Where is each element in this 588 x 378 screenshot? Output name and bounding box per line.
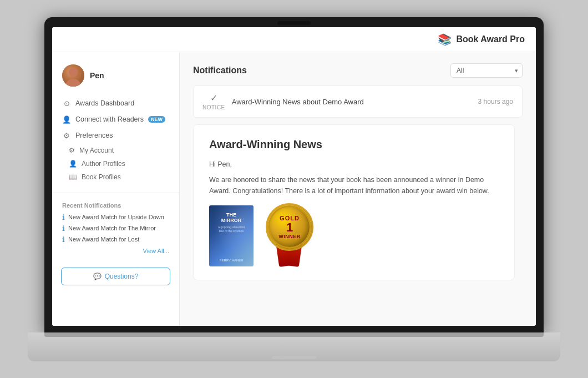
notif-dot-icon: ℹ xyxy=(62,224,65,233)
app-header: 📚 Book Award Pro xyxy=(52,27,536,52)
medal: GOLD 1 WINNER xyxy=(262,205,318,266)
book-author: PERRY HANER xyxy=(219,259,243,262)
sidebar-item-my-account[interactable]: ⚙ My Account xyxy=(52,144,179,157)
award-icon: ⊙ xyxy=(62,99,71,108)
filter-select[interactable]: All Read Unread xyxy=(450,63,523,78)
chat-icon: 💬 xyxy=(93,273,102,280)
author-icon: 👤 xyxy=(69,160,77,168)
user-section: Pen xyxy=(52,61,179,95)
questions-button[interactable]: 💬 Questions? xyxy=(61,268,170,285)
medal-circle: GOLD 1 WINNER xyxy=(268,205,311,249)
sidebar-item-author-profiles[interactable]: 👤 Author Profiles xyxy=(52,157,179,170)
notif-time: 3 hours ago xyxy=(478,98,513,105)
notif-subject: Award-Winning News about Demo Award xyxy=(232,98,364,106)
main-content: Notifications All Read Unread ✓ xyxy=(180,52,536,326)
sidebar-item-preferences[interactable]: ⚙ Preferences xyxy=(52,128,179,144)
sidebar-item-label: Awards Dashboard xyxy=(75,99,134,107)
recent-title: Recent Notifications xyxy=(62,202,169,209)
sidebar-item-label: Connect with Readers xyxy=(75,115,144,123)
new-badge: NEW xyxy=(148,116,165,123)
book-icon: 📖 xyxy=(69,173,77,181)
account-icon: ⚙ xyxy=(69,147,75,154)
questions-label: Questions? xyxy=(105,273,139,280)
sidebar-sub-label: Author Profiles xyxy=(82,160,125,168)
recent-notif-item[interactable]: ℹ New Award Match for Upside Down xyxy=(62,212,169,223)
sidebar: Pen ⊙ Awards Dashboard 👤 Connect with Re… xyxy=(52,52,180,326)
sidebar-item-label: Preferences xyxy=(75,132,113,139)
brand-logo: 📚 Book Award Pro xyxy=(438,33,525,46)
recent-notif-label: New Award Match for Lost xyxy=(68,236,139,243)
sidebar-item-book-profiles[interactable]: 📖 Book Profiles xyxy=(52,170,179,184)
prefs-icon: ⚙ xyxy=(62,132,71,140)
sidebar-item-awards-dashboard[interactable]: ⊙ Awards Dashboard xyxy=(52,95,179,112)
notifications-title: Notifications xyxy=(193,65,247,75)
book-cover: THEMIRROR a gripping absurdisttale of th… xyxy=(209,205,254,266)
avatar xyxy=(62,64,84,87)
book-subtitle: a gripping absurdisttale of the cosmos xyxy=(211,225,251,233)
email-greeting: Hi Pen, xyxy=(209,159,499,170)
email-card: Award-Winning News Hi Pen, We are honore… xyxy=(193,124,515,280)
email-title: Award-Winning News xyxy=(209,138,499,151)
brand-name: Book Award Pro xyxy=(456,34,525,44)
notif-dot-icon: ℹ xyxy=(62,235,65,244)
book-title: THEMIRROR xyxy=(215,212,248,224)
check-circle-icon: ✓ xyxy=(210,93,217,103)
filter-wrapper: All Read Unread xyxy=(450,63,523,78)
medal-text-number: 1 xyxy=(286,221,293,234)
notif-text-block: Award-Winning News about Demo Award xyxy=(232,97,472,107)
user-name: Pen xyxy=(90,71,104,80)
sidebar-sub-label: My Account xyxy=(79,147,114,154)
email-images: THEMIRROR a gripping absurdisttale of th… xyxy=(209,205,499,266)
nav-section: ⊙ Awards Dashboard 👤 Connect with Reader… xyxy=(52,95,179,188)
notif-dot-icon: ℹ xyxy=(62,213,65,221)
sidebar-item-connect-readers[interactable]: 👤 Connect with Readers NEW xyxy=(52,112,179,128)
sidebar-sub-label: Book Profiles xyxy=(82,173,121,181)
recent-notif-item[interactable]: ℹ New Award Match for The Mirror xyxy=(62,223,169,234)
divider xyxy=(52,193,179,193)
email-body: Hi Pen, We are honored to share the news… xyxy=(209,159,499,196)
email-body-text: We are honored to share the news that yo… xyxy=(209,174,499,196)
recent-notif-label: New Award Match for The Mirror xyxy=(68,225,156,231)
recent-notif-item[interactable]: ℹ New Award Match for Lost xyxy=(62,234,169,245)
notifications-header: Notifications All Read Unread xyxy=(193,63,523,78)
brand-icon: 📚 xyxy=(438,33,452,46)
view-all-link[interactable]: View All... xyxy=(62,245,169,256)
recent-notifications: Recent Notifications ℹ New Award Match f… xyxy=(52,198,179,261)
recent-notif-label: New Award Match for Upside Down xyxy=(68,214,164,220)
connect-icon: 👤 xyxy=(62,115,71,124)
notif-type-label: NOTICE xyxy=(202,104,225,110)
medal-text-winner: WINNER xyxy=(278,234,301,239)
laptop-base xyxy=(28,332,560,361)
notification-item[interactable]: ✓ NOTICE Award-Winning News about Demo A… xyxy=(193,85,523,118)
